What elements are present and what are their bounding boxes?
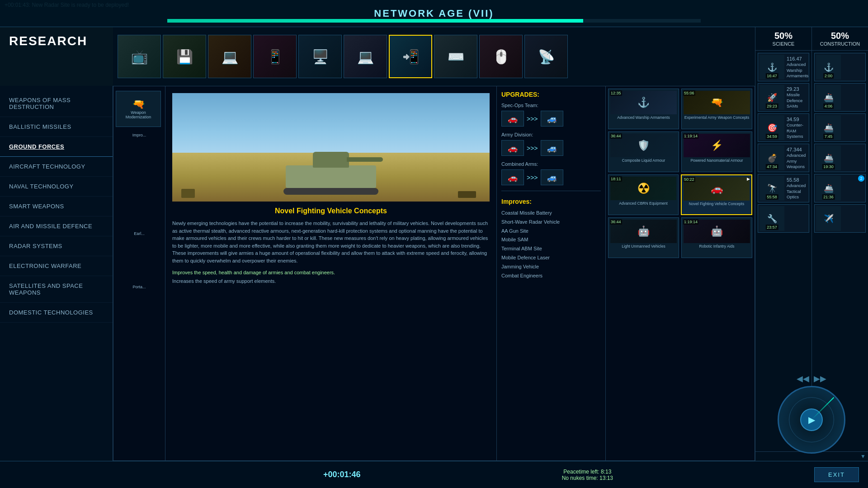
comp-liquid-timer: 36:44	[610, 133, 622, 139]
sidebar-item-wmd[interactable]: WEAPONS OF MASS DESTRUCTION	[0, 90, 113, 117]
sidebar-item-domestic[interactable]: DOMESTIC TECHNOLOGIES	[0, 303, 113, 323]
tech-tab-9[interactable]: 🖱️	[479, 35, 523, 78]
queue-item-6-timer: 23:57	[765, 225, 778, 230]
sidebar-item-aircraft[interactable]: AIRCRAFT TECHNOLOGY	[0, 157, 113, 177]
page-title: NETWORK AGE (VII)	[374, 8, 494, 19]
exp-army-label: Experimental Army Weapon Concepts	[684, 115, 750, 120]
tech-tab-8-icon: ⌨️	[434, 35, 477, 78]
exit-button[interactable]: EXIT	[814, 467, 859, 482]
science-progress-fill	[167, 19, 583, 23]
construction-item-4[interactable]: 🚢 19:30	[814, 144, 866, 172]
nav-right-arrow[interactable]: ▶▶	[814, 374, 826, 384]
nav-left-arrow[interactable]: ◀◀	[797, 374, 809, 384]
construction-item-3[interactable]: 🚢 7:45	[814, 113, 866, 142]
tech-tab-5[interactable]: 🖥️	[298, 35, 342, 78]
sidebar: WEAPONS OF MASS DESTRUCTION BALLISTIC MI…	[0, 86, 113, 461]
queue-counter-ram-label: 34.59 Counter-RAM Systems	[787, 116, 807, 139]
queue-adv-army-timer: 47:34	[765, 164, 778, 169]
sidebar-tree-label-3: Porta...	[116, 285, 163, 289]
top-bar: NETWORK AGE (VII)	[0, 0, 868, 27]
tech-tab-6-icon: 💻	[344, 35, 387, 78]
sidebar-item-air-missile[interactable]: AIR AND MISSILE DEFENCE	[0, 216, 113, 236]
construction-item-4-timer: 19:30	[822, 164, 835, 169]
sidebar-item-electronic[interactable]: ELECTRONIC WARFARE	[0, 256, 113, 276]
tech-tab-4[interactable]: 📱	[253, 35, 297, 78]
upgrades-panel: UPGRADES: Spec-Ops Team: 🚗 >>> 🚙 Army Di…	[497, 86, 605, 460]
queue-missile-sams-timer: 29:23	[765, 103, 778, 109]
queue-item-adv-warship[interactable]: ⚓ 16:47 116.47 Advanced Warship Armament…	[758, 53, 809, 81]
tech-tab-10[interactable]: 📡	[524, 35, 568, 78]
sidebar-item-satellites[interactable]: SATELLITES AND SPACE WEAPONS	[0, 276, 113, 303]
construction-item-1-img: ⚓ 2:00	[816, 55, 841, 80]
spec-ops-after: 🚙	[541, 111, 563, 127]
improves-item-1: Coastal Missile Battery	[501, 209, 601, 218]
queue-adv-tactical-timer: 55:58	[765, 194, 778, 200]
powered-nano-label: Powered Nanomaterial Armour	[684, 158, 750, 163]
tech-row-4: 🤖 36:44 Light Unmanned Vehicles 🤖 1:19:1…	[608, 217, 752, 258]
combined-arms-before: 🚗	[501, 169, 524, 185]
tech-detail-improves-note: Improves the speed, health and damage of…	[172, 270, 490, 275]
weapon-modernization-icon: 🔫	[132, 99, 145, 110]
queue-adv-tactical-label: 55.58 Advanced Tactical Optics	[787, 177, 807, 200]
tech-node-exp-army[interactable]: 🔫 55:06 Experimental Army Weapon Concept…	[681, 89, 752, 129]
queue-item-counter-ram[interactable]: 🎯 34:59 34.59 Counter-RAM Systems	[758, 113, 809, 142]
queue-adv-army-label: 47.344 Advanced Army Weapons	[787, 146, 807, 169]
tech-node-comp-liquid[interactable]: 🛡️ 36:44 Composite Liquid Armour	[608, 131, 679, 172]
sidebar-item-ground[interactable]: GROUND FORCES	[0, 137, 113, 157]
tech-node-powered-nano[interactable]: ⚡ 1:19:14 Powered Nanomaterial Armour	[681, 131, 752, 172]
queue-item-missile-sams[interactable]: 🚀 29:23 29.23 Missile Defence SAMs	[758, 83, 809, 112]
construction-item-2-timer: 4:06	[823, 103, 834, 109]
queue-counter-ram-timer: 34:59	[765, 134, 778, 139]
tech-tab-7-icon: 📲	[390, 36, 431, 77]
tech-node-novel-fvc[interactable]: 🚗 50:22 ▶ Novel Fighting Vehicle Concept…	[681, 174, 752, 215]
light-unmanned-label: Light Unmanned Vehicles	[610, 244, 677, 249]
improves-title: Improves:	[501, 198, 601, 205]
peacetime-status: Peacetime left: 8:13	[562, 469, 613, 475]
comp-liquid-label: Composite Liquid Armour	[610, 158, 677, 163]
construction-item-1[interactable]: ⚓ 2:00	[814, 53, 866, 81]
construction-item-6[interactable]: ✈️	[814, 204, 866, 233]
tech-detail-description: Newly emerging technologies have the pot…	[172, 220, 490, 264]
tech-node-adv-cbrn[interactable]: ☢️ 18:11 Advanced CBRN Equipment	[608, 174, 679, 215]
combined-arms-label: Combined Arms:	[501, 161, 601, 167]
tech-tree-grid: ⚓ 12:35 Advanced Warship Armaments 🔫 55:…	[605, 86, 755, 460]
construction-label: CONSTRUCTION	[814, 41, 866, 47]
construction-header-section: 50% CONSTRUCTION	[812, 27, 868, 50]
tech-tab-2[interactable]: 💾	[163, 35, 206, 78]
weapon-modernization-node[interactable]: 🔫 Weapon Modernization	[116, 91, 161, 127]
army-division-before: 🚗	[501, 140, 524, 156]
tech-tab-6[interactable]: 💻	[344, 35, 387, 78]
construction-item-5[interactable]: 🚢 21:36 2	[814, 174, 866, 202]
tech-tab-7[interactable]: 📲	[389, 35, 432, 78]
queue-adv-warship-timer: 16:47	[765, 73, 778, 79]
construction-item-5-img: 🚢 21:36	[816, 176, 841, 201]
army-division-after: 🚙	[541, 140, 563, 156]
queue-item-adv-army[interactable]: 💣 47:34 47.344 Advanced Army Weapons	[758, 144, 809, 172]
tech-node-light-unmanned[interactable]: 🤖 36:44 Light Unmanned Vehicles	[608, 217, 679, 258]
queue-counter-ram-img: 🎯 34:59	[760, 115, 784, 140]
tech-node-robotic-inf[interactable]: 🤖 1:19:14 Robotic Infantry Aids	[681, 217, 752, 258]
tech-tabs-container: 📺 💾 💻 📱 🖥️ 💻 📲 ⌨️ 🖱️ 📡	[113, 27, 755, 86]
tech-node-adv-warship[interactable]: ⚓ 12:35 Advanced Warship Armaments	[608, 89, 679, 129]
bottom-timer: +00:01:46	[323, 470, 361, 479]
queue-item-6[interactable]: 🔧 23:57	[758, 204, 809, 233]
queue-item-adv-tactical[interactable]: 🔭 55:58 55.58 Advanced Tactical Optics	[758, 174, 809, 202]
construction-item-6-img: ✈️	[816, 206, 841, 231]
sidebar-item-radar[interactable]: RADAR SYSTEMS	[0, 236, 113, 256]
tech-tab-8[interactable]: ⌨️	[434, 35, 477, 78]
improves-item-2: Short-Wave Radar Vehicle	[501, 218, 601, 227]
sidebar-item-smart[interactable]: SMART WEAPONS	[0, 197, 113, 216]
tech-tab-1[interactable]: 📺	[118, 35, 161, 78]
weapon-modernization-label: Weapon Modernization	[116, 110, 160, 119]
queue-missile-sams-label: 29.23 Missile Defence SAMs	[787, 86, 807, 109]
sidebar-item-naval[interactable]: NAVAL TECHNOLOGY	[0, 177, 113, 197]
science-progress-bar	[167, 19, 701, 23]
research-header: RESEARCH	[0, 27, 113, 55]
research-label: RESEARCH	[9, 34, 87, 48]
tech-tab-3[interactable]: 💻	[208, 35, 251, 78]
queue-adv-army-img: 💣 47:34	[760, 145, 784, 170]
adv-cbrn-timer: 18:11	[610, 176, 622, 182]
tech-detail-title: Novel Fighting Vehicle Concepts	[172, 207, 490, 215]
construction-item-2[interactable]: 🚢 4:06	[814, 83, 866, 112]
sidebar-item-ballistic[interactable]: BALLISTIC MISSILES	[0, 117, 113, 137]
